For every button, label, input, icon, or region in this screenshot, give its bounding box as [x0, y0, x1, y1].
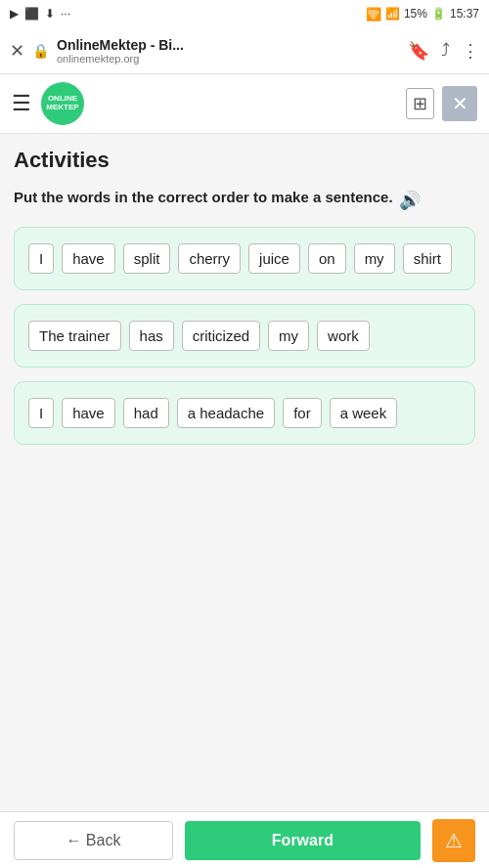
time-display: 15:37 — [450, 7, 479, 21]
word-chip[interactable]: criticized — [182, 321, 260, 351]
word-chip[interactable]: The trainer — [28, 321, 121, 351]
square-icon: ⬛ — [24, 7, 39, 21]
word-chip[interactable]: work — [317, 321, 370, 351]
browser-title: OnlineMektep - Bi... — [57, 37, 400, 53]
instruction-label: Put the words in the correct order to ma… — [14, 187, 393, 207]
battery-icon: 🔋 — [431, 7, 446, 21]
word-chip[interactable]: split — [123, 243, 171, 274]
hamburger-icon[interactable]: ☰ — [12, 91, 31, 116]
warning-button[interactable]: ⚠ — [432, 819, 475, 862]
word-chip[interactable]: a headache — [177, 398, 275, 428]
browser-bar: ✕ 🔒 OnlineMektep - Bi... onlinemektep.or… — [0, 27, 489, 74]
status-left-icons: ▶ ⬛ ⬇ ··· — [10, 7, 70, 21]
word-group-3: I have had a headache for a week — [28, 398, 461, 428]
word-chip[interactable]: a week — [330, 398, 398, 428]
app-header-right: ⊞ ✕ — [406, 86, 477, 121]
grid-icon[interactable]: ⊞ — [406, 88, 434, 119]
status-right-icons: 🛜 📶 15% 🔋 15:37 — [366, 7, 479, 22]
ellipsis-icon: ··· — [61, 7, 70, 21]
sound-icon[interactable]: 🔊 — [399, 189, 421, 213]
sentence-card-1: I have split cherry juice on my shirt — [14, 227, 475, 290]
app-header: ☰ ONLINE MEKTEP ⊞ ✕ — [0, 74, 489, 134]
bookmark-icon[interactable]: 🔖 — [408, 40, 429, 62]
logo-text2: MEKTEP — [46, 104, 78, 112]
play-icon: ▶ — [10, 7, 19, 21]
share-icon[interactable]: ⤴ — [441, 40, 450, 61]
instruction-text: Put the words in the correct order to ma… — [14, 187, 475, 213]
browser-actions: 🔖 ⤴ ⋮ — [408, 40, 479, 62]
lock-icon: 🔒 — [32, 43, 49, 59]
word-chip[interactable]: I — [28, 243, 54, 274]
warning-icon: ⚠ — [445, 829, 463, 852]
browser-domain: onlinemektep.org — [57, 53, 400, 65]
app-logo: ONLINE MEKTEP — [41, 82, 84, 125]
menu-icon[interactable]: ⋮ — [462, 40, 479, 62]
word-chip[interactable]: has — [129, 321, 174, 351]
sentence-card-2: The trainer has criticized my work — [14, 304, 475, 368]
word-chip[interactable]: had — [123, 398, 169, 428]
word-group-1: I have split cherry juice on my shirt — [28, 243, 461, 274]
word-group-2: The trainer has criticized my work — [28, 321, 461, 351]
word-chip[interactable]: shirt — [403, 243, 452, 274]
page-title: Activities — [0, 134, 489, 179]
url-info: OnlineMektep - Bi... onlinemektep.org — [57, 37, 400, 65]
download-icon: ⬇ — [45, 7, 55, 21]
word-chip[interactable]: my — [354, 243, 395, 274]
status-bar: ▶ ⬛ ⬇ ··· 🛜 📶 15% 🔋 15:37 — [0, 0, 489, 27]
bottom-nav: ← Back Forward ⚠ — [0, 811, 489, 868]
sentence-card-3: I have had a headache for a week — [14, 381, 475, 445]
battery-level: 15% — [404, 7, 427, 21]
word-chip[interactable]: have — [62, 243, 115, 274]
wifi-icon: 🛜 — [366, 7, 381, 22]
signal-bars: 📶 — [385, 7, 400, 21]
word-chip[interactable]: I — [28, 398, 54, 428]
back-button[interactable]: ← Back — [14, 821, 173, 860]
main-content: Put the words in the correct order to ma… — [0, 179, 489, 537]
browser-close-icon[interactable]: ✕ — [10, 40, 24, 62]
word-chip[interactable]: on — [308, 243, 346, 274]
word-chip[interactable]: have — [62, 398, 115, 428]
word-chip[interactable]: cherry — [178, 243, 241, 274]
word-chip[interactable]: my — [268, 321, 309, 351]
word-chip[interactable]: for — [283, 398, 322, 428]
app-header-left: ☰ ONLINE MEKTEP — [12, 82, 84, 125]
forward-button[interactable]: Forward — [185, 821, 421, 860]
word-chip[interactable]: juice — [248, 243, 300, 274]
close-button[interactable]: ✕ — [442, 86, 477, 121]
